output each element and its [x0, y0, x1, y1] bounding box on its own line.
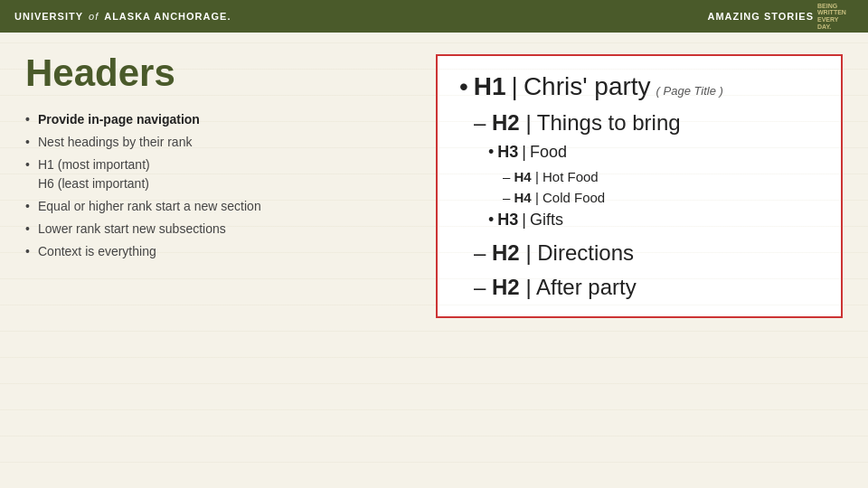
h3-2-label: H3: [497, 211, 518, 230]
h1-text: Chris' party: [524, 72, 651, 101]
h2-3-separator: |: [525, 275, 531, 299]
h2-2-text: Directions: [537, 240, 634, 265]
bullet-dot-h3-1: •: [488, 143, 494, 162]
h2-1-label: H2: [492, 110, 520, 135]
h4-1-label: H4: [514, 169, 532, 184]
bullet-text-1: Provide in-page navigation: [38, 112, 200, 127]
university-name-of: of: [89, 11, 99, 22]
bullet-text-4: Equal or higher rank start a new section: [38, 199, 261, 213]
h4-1-separator: |: [535, 169, 539, 184]
h3-1-text: Food: [530, 143, 567, 162]
left-panel: Headers Provide in-page navigation Nest …: [25, 54, 414, 466]
h2-2-separator: |: [525, 240, 531, 265]
bullet-item-4: Equal or higher rank start a new section: [25, 197, 414, 216]
h4-2-label: H4: [514, 190, 532, 205]
page-title: Headers: [25, 54, 414, 92]
h4-2-text: Cold Food: [542, 190, 605, 205]
h4-line-2: – H4 | Cold Food: [459, 190, 819, 205]
h3-2-separator: |: [522, 211, 526, 230]
bullet-item-5: Lower rank start new subsections: [25, 220, 414, 239]
bullet-item-6: Context is everything: [25, 242, 414, 261]
bullet-item-1: Provide in-page navigation: [25, 110, 414, 129]
h3-2-text: Gifts: [530, 211, 563, 230]
h1-tag: ( Page Title ): [656, 84, 723, 98]
amazing-stories-text: AMAZING STORIES: [708, 11, 814, 22]
h2-1-text: Things to bring: [537, 110, 681, 135]
bullet-list: Provide in-page navigation Nest headings…: [25, 110, 414, 261]
bullet-text-5: Lower rank start new subsections: [38, 221, 226, 236]
h2-1-separator: |: [525, 110, 531, 135]
h4-2-separator: |: [535, 190, 539, 205]
h4-1-text: Hot Food: [542, 169, 599, 184]
university-name-part1: UNIVERSITY: [14, 11, 83, 22]
h4-line-1: – H4 | Hot Food: [459, 169, 819, 184]
bullet-text-3: H1 (most important)H6 (least important): [38, 157, 150, 191]
h3-1-separator: |: [522, 143, 526, 162]
h3-line-2: • H3 | Gifts: [459, 211, 819, 230]
h2-line-2: – H2 | Directions: [459, 240, 819, 266]
bullet-dot-h3-2: •: [488, 211, 494, 230]
h2-2-label: H2: [492, 240, 520, 265]
university-logo: UNIVERSITY of ALASKA ANCHORAGE.: [14, 11, 231, 22]
bullet-text-2: Nest headings by their rank: [38, 135, 192, 149]
h2-line-1: – H2 | Things to bring: [459, 110, 819, 136]
h3-1-label: H3: [497, 143, 518, 162]
h1-separator: |: [512, 72, 518, 101]
h2-line-3: – H2 | After party: [459, 275, 819, 300]
being-written-text: BEING WRITTENEVERY DAY.: [817, 3, 854, 31]
h1-label: H1: [474, 72, 506, 101]
university-name-part2: ALASKA ANCHORAGE.: [104, 11, 231, 22]
h3-line-1: • H3 | Food: [459, 143, 819, 162]
bullet-item-2: Nest headings by their rank: [25, 133, 414, 152]
bullet-item-3: H1 (most important)H6 (least important): [25, 155, 414, 193]
bullet-text-6: Context is everything: [38, 244, 156, 258]
top-bar: UNIVERSITY of ALASKA ANCHORAGE. AMAZING …: [0, 0, 868, 33]
h2-3-label: H2: [492, 275, 520, 299]
h2-3-text: After party: [536, 275, 637, 299]
content-box: • H1 | Chris' party ( Page Title ) – H2 …: [436, 54, 843, 318]
bullet-dot-h1: •: [459, 72, 468, 101]
h1-line: • H1 | Chris' party ( Page Title ): [459, 72, 819, 101]
amazing-stories-logo: AMAZING STORIES BEING WRITTENEVERY DAY.: [708, 3, 854, 31]
right-panel: • H1 | Chris' party ( Page Title ) – H2 …: [436, 54, 843, 466]
main-content: Headers Provide in-page navigation Nest …: [0, 33, 868, 488]
